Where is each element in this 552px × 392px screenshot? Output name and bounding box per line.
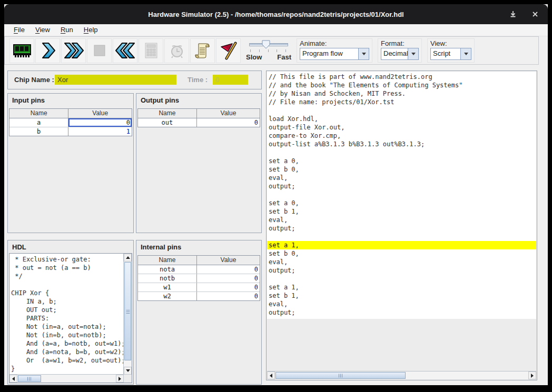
single-step-button[interactable] xyxy=(35,38,60,63)
calculator-icon xyxy=(142,41,161,60)
code-line: output-file Xor.out, xyxy=(267,123,536,132)
clock-button xyxy=(164,38,189,63)
hdl-horizontal-scrollbar[interactable] xyxy=(9,374,124,383)
scroll-up-button[interactable] xyxy=(124,254,132,262)
scroll-right-button[interactable] xyxy=(528,371,536,379)
animate-group: Animate: Program flow xyxy=(297,38,372,63)
pin-value[interactable]: 0 xyxy=(68,118,132,127)
pin-row: w20 xyxy=(138,292,260,300)
chip-name-bar: Chip Name : Xor Time : 0 xyxy=(7,71,262,89)
load-chip-button[interactable] xyxy=(9,38,34,63)
scroll-left-button[interactable] xyxy=(267,371,275,379)
pin-row: w10 xyxy=(138,283,260,292)
pin-name: b xyxy=(9,127,68,136)
code-line: eval, xyxy=(267,258,536,266)
chip-name-field[interactable]: Xor xyxy=(55,75,176,85)
scroll-right-button[interactable] xyxy=(116,375,124,383)
run-button[interactable] xyxy=(61,38,86,63)
table-header-row: NameValue xyxy=(138,256,260,265)
view-select[interactable]: Script xyxy=(430,48,471,60)
hdl-vertical-scrollbar[interactable] xyxy=(123,254,132,375)
code-line: output; xyxy=(267,224,536,233)
pin-name: out xyxy=(138,118,197,127)
title-bar[interactable]: Hardware Simulator (2.5) - /home/thomas/… xyxy=(4,4,548,24)
format-label: Format: xyxy=(381,39,419,47)
time-field: 0 xyxy=(213,75,248,85)
menu-help[interactable]: Help xyxy=(78,24,103,36)
pin-value[interactable]: 0 xyxy=(197,265,260,274)
reset-button[interactable] xyxy=(113,38,137,63)
stop-button xyxy=(87,38,112,63)
slider-slow-label: Slow xyxy=(246,53,262,61)
menu-file[interactable]: File xyxy=(8,24,30,36)
code-line: And (a=nota, b=b, out=w2); xyxy=(9,348,124,356)
stop-square-icon xyxy=(90,41,109,60)
scrollbar-thumb[interactable] xyxy=(275,372,406,379)
double-chevron-right-icon xyxy=(64,41,84,60)
calculator-button xyxy=(139,38,163,63)
pin-row: notb0 xyxy=(138,274,260,283)
pin-value[interactable]: 1 xyxy=(68,127,132,136)
speed-slider[interactable]: Slow Fast xyxy=(246,38,291,63)
scrollbar-thumb[interactable] xyxy=(18,375,41,382)
script-horizontal-scrollbar[interactable] xyxy=(267,371,536,379)
chevron-down-icon[interactable] xyxy=(358,48,369,59)
code-line: PARTS: xyxy=(9,314,124,323)
pin-value[interactable]: 0 xyxy=(197,274,260,283)
chevron-down-icon[interactable] xyxy=(408,48,418,59)
scroll-down-button[interactable] xyxy=(124,367,132,375)
chevron-down-icon[interactable] xyxy=(460,48,471,59)
script-view[interactable]: // This file is part of www.nand2tetris.… xyxy=(267,72,536,319)
chevron-right-icon xyxy=(38,41,57,60)
table-header-row: NameValue xyxy=(138,109,260,118)
minimize-button[interactable] xyxy=(509,10,517,18)
pin-value[interactable]: 0 xyxy=(197,283,260,292)
double-chevron-left-icon xyxy=(115,41,135,60)
toolbar: Slow Fast Animate: Program flow Format: … xyxy=(4,36,539,65)
menu-view[interactable]: View xyxy=(30,24,55,36)
pin-value[interactable]: 0 xyxy=(197,292,260,300)
column-header: Name xyxy=(138,109,197,118)
breakpoints-button[interactable] xyxy=(216,38,241,63)
code-line xyxy=(267,148,536,157)
pin-row: nota0 xyxy=(138,265,260,274)
code-line: // This file is part of www.nand2tetris.… xyxy=(267,73,536,81)
alarm-clock-icon xyxy=(167,41,186,60)
flag-icon xyxy=(219,41,238,60)
output-pins-title: Output pins xyxy=(136,94,261,105)
hdl-panel: HDL * Exclusive-or gate: * out = not (a … xyxy=(7,240,134,385)
code-line: */ xyxy=(9,272,124,280)
code-line: And (a=a, b=notb, out=w1); xyxy=(9,339,124,348)
pin-name: notb xyxy=(138,274,197,283)
format-select[interactable]: Decimal xyxy=(381,48,419,60)
scrollbar-thumb[interactable] xyxy=(124,262,131,360)
code-line xyxy=(267,275,536,283)
animate-value: Program flow xyxy=(300,48,358,59)
code-line: set a 0, xyxy=(267,157,536,165)
view-script-button[interactable] xyxy=(190,38,215,63)
close-button[interactable] xyxy=(531,10,539,18)
code-line: output-list a%B3.1.3 b%B3.1.3 out%B3.1.3… xyxy=(267,140,536,148)
code-line: load Xor.hdl, xyxy=(267,115,536,123)
input-pins-panel: Input pins NameValuea0b1 xyxy=(7,93,134,233)
code-line: output; xyxy=(267,182,536,190)
column-header: Value xyxy=(68,109,132,118)
scroll-left-button[interactable] xyxy=(9,375,17,383)
code-line: set b 0, xyxy=(267,249,536,258)
pin-row: out0 xyxy=(138,118,260,127)
pin-value[interactable]: 0 xyxy=(197,118,260,127)
input-pins-title: Input pins xyxy=(8,94,133,105)
code-line: compare-to Xor.cmp, xyxy=(267,132,536,140)
script-panel: // This file is part of www.nand2tetris.… xyxy=(266,71,537,380)
code-line: // by Nisan and Schocken, MIT Press. xyxy=(267,89,536,98)
pin-name: w2 xyxy=(138,292,197,300)
hdl-code-view[interactable]: * Exclusive-or gate: * out = not (a == b… xyxy=(9,253,132,383)
animate-select[interactable]: Program flow xyxy=(300,48,369,60)
menu-run[interactable]: Run xyxy=(55,24,78,36)
output-pins-table: NameValueout0 xyxy=(137,108,260,127)
hdl-title: HDL xyxy=(8,240,133,252)
current-script-line: set a 1, xyxy=(267,241,536,249)
output-pins-panel: Output pins NameValueout0 xyxy=(136,93,262,233)
animate-label: Animate: xyxy=(300,39,369,47)
arrow-down-to-bar-icon xyxy=(509,11,517,18)
